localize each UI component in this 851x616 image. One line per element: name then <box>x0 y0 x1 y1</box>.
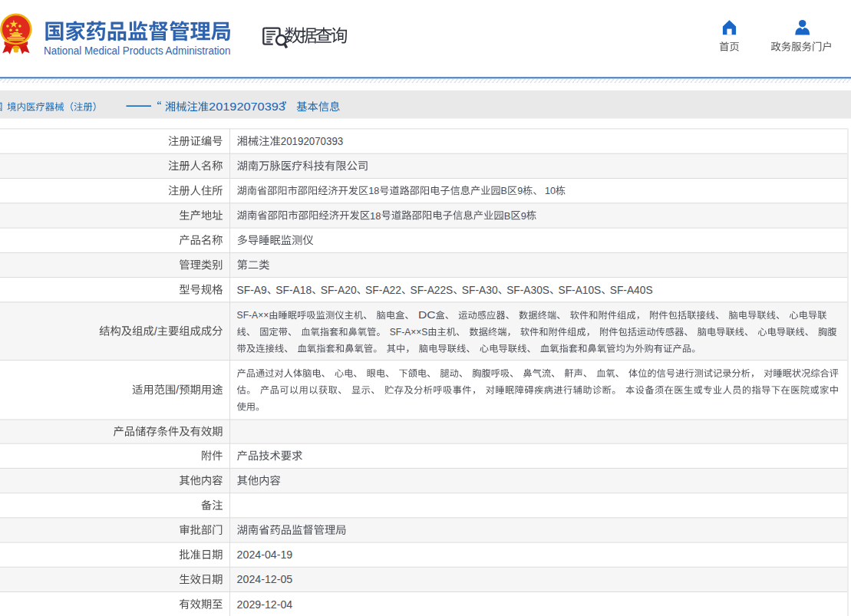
svg-text:SF-A30S: SF-A30S <box>506 284 549 296</box>
svg-text:National Medical Products Admi: National Medical Products Administration <box>44 44 231 57</box>
svg-text:SF-A9: SF-A9 <box>237 284 267 296</box>
svg-text:SF-A40S: SF-A40S <box>610 284 653 296</box>
svg-text:SF-A22: SF-A22 <box>365 284 401 296</box>
svg-text:9: 9 <box>521 210 526 222</box>
svg-text:SF-A××: SF-A×× <box>237 310 269 321</box>
svg-text:SF-A22S: SF-A22S <box>411 284 454 296</box>
svg-text:SF-A18: SF-A18 <box>275 284 312 296</box>
svg-text:SF-A××S: SF-A××S <box>390 327 428 338</box>
svg-text:9: 9 <box>517 185 523 196</box>
svg-text:SF-A10S: SF-A10S <box>559 284 602 296</box>
svg-text:B: B <box>504 210 511 222</box>
svg-text:18: 18 <box>370 210 381 222</box>
svg-text:20192070393: 20192070393 <box>209 100 285 113</box>
svg-text:/: / <box>176 384 179 396</box>
svg-text:B: B <box>501 185 508 196</box>
svg-text:2029-12-04: 2029-12-04 <box>237 598 293 611</box>
svg-text:SF-A30: SF-A30 <box>462 284 498 296</box>
svg-text:2024-04-19: 2024-04-19 <box>237 548 293 561</box>
svg-text:/: / <box>154 325 157 338</box>
svg-text:18: 18 <box>368 185 379 196</box>
svg-text:DC: DC <box>418 310 436 321</box>
svg-text:SF-A20: SF-A20 <box>321 284 357 296</box>
svg-text:10: 10 <box>545 185 556 196</box>
svg-text:2024-12-05: 2024-12-05 <box>237 573 293 585</box>
svg-text:20192070393: 20192070393 <box>281 135 343 147</box>
